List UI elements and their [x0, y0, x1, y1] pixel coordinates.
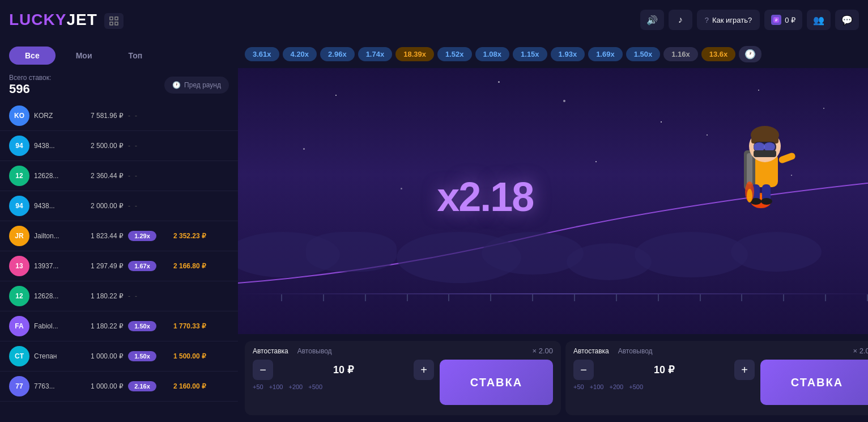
svg-point-15: [754, 142, 765, 151]
username-label: Jailton...: [34, 232, 74, 240]
table-row: KOKORZ7 581.96 ₽--: [0, 101, 238, 131]
history-badge[interactable]: 1.15x: [513, 47, 547, 61]
clock-icon: 🕐: [172, 81, 181, 89]
panel1-quick-bets: +50 +100 +200 +500: [253, 383, 434, 390]
table-row: 949438...2 000.00 ₽--: [0, 191, 238, 221]
tabs: Все Мои Топ: [0, 40, 238, 71]
avatar: 12: [9, 286, 29, 306]
users-icon: 👥: [813, 15, 824, 26]
panel2-options: Автоставка Автовывод × 2.00: [573, 347, 868, 355]
panel1-amount-input[interactable]: [278, 364, 409, 376]
panel2-quick-100[interactable]: +100: [590, 383, 604, 390]
sound-button[interactable]: 🔊: [640, 10, 664, 30]
total-bets-value: 596: [9, 82, 51, 96]
svg-rect-3: [115, 22, 118, 25]
avatar: 77: [9, 376, 29, 396]
history-clock-button[interactable]: 🕐: [739, 46, 761, 62]
username-label: 13937...: [34, 262, 74, 270]
music-icon: ♪: [678, 15, 683, 25]
bet-amount-label: 1 000.00 ₽: [78, 352, 124, 360]
panel2-auto-withdraw[interactable]: Автовывод: [618, 347, 653, 355]
history-badge[interactable]: 2.96x: [320, 47, 355, 61]
history-badge[interactable]: 1.50x: [626, 47, 661, 61]
bet-amount-label: 1 000.00 ₽: [78, 382, 124, 390]
music-button[interactable]: ♪: [669, 10, 692, 30]
history-badge[interactable]: 1.08x: [475, 47, 510, 61]
left-panel: Все Мои Топ Всего ставок: 596 🕐 Пред рау…: [0, 40, 238, 422]
ground-markers: [261, 294, 868, 301]
balance-value: 0 ₽: [785, 16, 795, 24]
balance-button[interactable]: ₽ 0 ₽: [764, 10, 802, 30]
panel2-x-value: × 2.00: [853, 347, 868, 355]
panel1-quick-100[interactable]: +100: [269, 383, 283, 390]
game-canvas: x2.18: [238, 68, 868, 334]
win-amount-label: 2 166.80 ₽: [161, 262, 206, 270]
panel1-minus-button[interactable]: −: [253, 360, 273, 380]
history-badge[interactable]: 1.74x: [358, 47, 393, 61]
chat-button[interactable]: 💬: [835, 10, 859, 30]
fullscreen-button[interactable]: [104, 13, 124, 29]
tab-all[interactable]: Все: [9, 47, 56, 65]
panel2-quick-200[interactable]: +200: [609, 383, 623, 390]
panel1-plus-button[interactable]: +: [414, 360, 434, 380]
panel2-bet-row: − +: [573, 360, 755, 380]
question-icon: ?: [705, 16, 709, 24]
multiplier-badge: 1.29x: [128, 231, 156, 241]
history-badge[interactable]: 1.69x: [588, 47, 623, 61]
svg-rect-1: [115, 17, 118, 20]
bet-amount-label: 1 297.49 ₽: [78, 262, 124, 270]
table-row: 1212628...1 180.22 ₽--: [0, 281, 238, 311]
username-label: 7763...: [34, 382, 74, 390]
panel2-minus-button[interactable]: −: [573, 360, 594, 380]
prev-round-label: Пред раунд: [184, 81, 221, 89]
panel1-quick-200[interactable]: +200: [288, 383, 303, 390]
multiplier-display: x2.18: [437, 173, 533, 220]
bet-amount-label: 1 180.22 ₽: [78, 322, 124, 330]
how-to-play-button[interactable]: ? Как играть?: [697, 10, 760, 30]
avatar: CT: [9, 346, 29, 366]
history-badge[interactable]: 1.52x: [437, 47, 472, 61]
logo-jet: JET: [66, 11, 97, 28]
panel1-auto-bet[interactable]: Автоставка: [253, 347, 288, 355]
svg-rect-2: [110, 22, 113, 25]
history-badge[interactable]: 3.61x: [245, 47, 279, 61]
panel2-auto-bet[interactable]: Автоставка: [573, 347, 609, 355]
right-area: 3.61x4.20x2.96x1.74x18.39x1.52x1.08x1.15…: [238, 40, 868, 422]
table-row: 1313937...1 297.49 ₽1.67x2 166.80 ₽: [0, 251, 238, 281]
svg-rect-18: [778, 152, 796, 164]
bet-amount-label: 1 180.22 ₽: [78, 292, 124, 300]
panel1-stavka-button[interactable]: СТАВКА: [440, 360, 553, 405]
users-button[interactable]: 👥: [807, 10, 831, 30]
avatar: FA: [9, 316, 29, 336]
bet-amount-label: 7 581.96 ₽: [78, 112, 124, 120]
tab-mine[interactable]: Мои: [60, 47, 108, 65]
panel2-stavka-button[interactable]: СТАВКА: [760, 360, 868, 405]
history-badge[interactable]: 1.16x: [663, 47, 698, 61]
history-badge[interactable]: 4.20x: [283, 47, 317, 61]
panel1-auto-withdraw[interactable]: Автовывод: [297, 347, 332, 355]
chat-icon: 💬: [841, 15, 853, 26]
avatar: 94: [9, 136, 29, 156]
panel2-plus-button[interactable]: +: [734, 360, 755, 380]
how-to-play-label: Как играть?: [712, 16, 752, 24]
prev-round-button[interactable]: 🕐 Пред раунд: [164, 77, 229, 94]
win-amount-label: 2 160.00 ₽: [161, 382, 206, 390]
panel1-quick-500[interactable]: +500: [308, 383, 322, 390]
tab-top[interactable]: Топ: [113, 47, 159, 65]
panel2-quick-50[interactable]: +50: [573, 383, 584, 390]
balance-icon: ₽: [771, 15, 781, 25]
history-badge[interactable]: 13.6x: [701, 47, 736, 61]
dash-label: -: [135, 172, 137, 180]
history-badge[interactable]: 18.39x: [395, 47, 434, 61]
panel2-amount-input[interactable]: [598, 364, 730, 376]
multiplier-badge: 1.50x: [128, 351, 156, 361]
clouds: [238, 221, 868, 289]
panel1-quick-50[interactable]: +50: [253, 383, 263, 390]
panel2-quick-500[interactable]: +500: [629, 383, 643, 390]
header: LUCKYJET 🔊 ♪ ? Как играть? ₽: [0, 0, 868, 40]
table-row: 949438...2 500.00 ₽--: [0, 131, 238, 161]
sound-icon: 🔊: [646, 15, 658, 26]
svg-point-24: [747, 189, 752, 202]
username-label: Степан: [34, 352, 74, 360]
history-badge[interactable]: 1.93x: [551, 47, 585, 61]
